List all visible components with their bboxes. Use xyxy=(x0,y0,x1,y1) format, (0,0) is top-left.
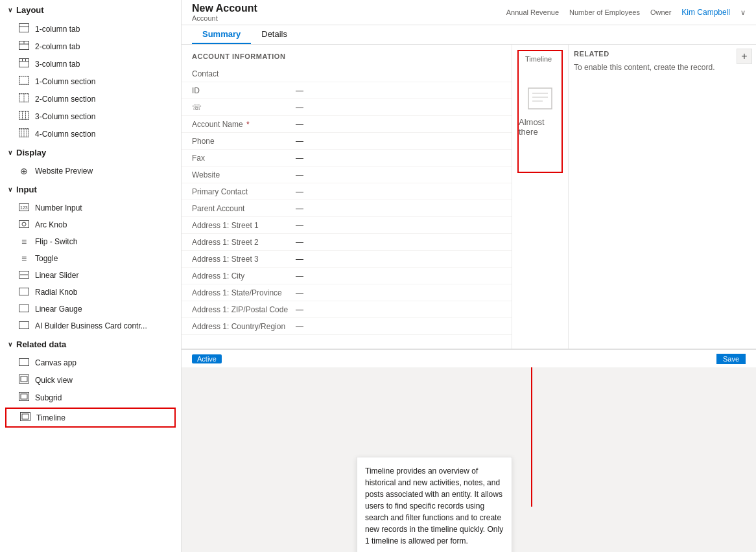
item-linear-gauge[interactable]: Linear Gauge xyxy=(0,301,181,317)
form-row-addr-country: Address 1: Country/Region — xyxy=(182,318,512,335)
item-linear-slider[interactable]: Linear Slider xyxy=(0,267,181,284)
svg-rect-12 xyxy=(19,111,29,120)
toggle-icon: ≡ xyxy=(18,253,30,264)
canvas-app-icon xyxy=(18,358,30,368)
svg-point-22 xyxy=(22,222,26,226)
input-chevron: ∨ xyxy=(8,186,12,193)
account-name-value: — xyxy=(296,120,501,129)
addr-country-label: Address 1: Country/Region xyxy=(192,322,296,331)
form-row-id: ID — xyxy=(182,82,512,99)
item-flip-switch[interactable]: ≡ Flip - Switch xyxy=(0,233,181,250)
item-number-input[interactable]: 123 Number Input xyxy=(0,200,181,216)
layout-section-header[interactable]: ∨ Layout xyxy=(0,0,181,20)
primary-contact-value: — xyxy=(296,187,501,196)
primary-contact-label: Primary Contact xyxy=(192,187,296,196)
display-section-header[interactable]: ∨ Display xyxy=(0,143,181,163)
input-section-label: Input xyxy=(16,185,37,194)
account-name-label: Account Name * xyxy=(192,120,296,129)
timeline-box-label: Timeline xyxy=(525,55,552,63)
quick-view-icon xyxy=(18,374,30,385)
item-1col-tab[interactable]: 1-column tab xyxy=(0,20,181,38)
svg-rect-21 xyxy=(19,221,29,228)
number-input-icon: 123 xyxy=(18,203,30,213)
id-label: ID xyxy=(192,86,296,95)
flip-switch-icon: ≡ xyxy=(18,236,30,247)
layout-section-label: Layout xyxy=(16,5,44,15)
item-1col-section[interactable]: 1-Column section xyxy=(0,73,181,90)
page-title: New Account xyxy=(192,3,257,14)
form-row-addr-zip: Address 1: ZIP/Postal Code — xyxy=(182,301,512,318)
svg-rect-27 xyxy=(19,322,29,329)
item-website-preview[interactable]: ⊕ Website Preview xyxy=(0,163,181,179)
item-ai-builder[interactable]: AI Builder Business Card contr... xyxy=(0,317,181,334)
account-info-title: ACCOUNT INFORMATION xyxy=(182,50,512,65)
user-name[interactable]: Kim Campbell xyxy=(681,8,730,17)
active-badge: Active xyxy=(192,354,222,363)
form-row-parent-account: Parent Account — xyxy=(182,200,512,217)
addr-state-value: — xyxy=(296,288,501,297)
addr-city-value: — xyxy=(296,271,501,281)
related-expand-button[interactable]: + xyxy=(737,49,752,64)
item-subgrid[interactable]: Subgrid xyxy=(0,389,181,406)
required-asterisk: * xyxy=(246,120,250,129)
tab-summary[interactable]: Summary xyxy=(192,25,251,44)
related-title: RELATED xyxy=(574,50,751,58)
item-number-input-label: Number Input xyxy=(35,203,82,213)
phone-icon-value: — xyxy=(296,103,501,112)
status-bar: Active Save xyxy=(182,349,756,367)
item-4col-section[interactable]: 4-Column section xyxy=(0,125,181,143)
item-1col-section-label: 1-Column section xyxy=(35,77,95,86)
item-linear-gauge-label: Linear Gauge xyxy=(35,305,82,314)
website-preview-icon: ⊕ xyxy=(18,166,30,176)
item-timeline[interactable]: Timeline xyxy=(5,408,176,428)
layout-chevron: ∨ xyxy=(8,6,12,14)
item-3col-section-label: 3-Column section xyxy=(35,112,95,121)
item-toggle[interactable]: ≡ Toggle xyxy=(0,250,181,267)
2col-section-icon xyxy=(18,93,30,104)
addr-zip-value: — xyxy=(296,305,501,314)
timeline-almost-there-text: Almost there xyxy=(519,117,561,137)
fax-label: Fax xyxy=(192,154,296,163)
item-canvas-app-label: Canvas app xyxy=(35,358,77,367)
item-2col-tab-label: 2-column tab xyxy=(35,42,80,51)
subgrid-icon xyxy=(18,392,30,403)
phone-value: — xyxy=(296,137,501,146)
addr-street2-value: — xyxy=(296,238,501,247)
svg-rect-32 xyxy=(21,394,27,399)
id-value: — xyxy=(296,86,501,95)
item-radial-knob-label: Radial Knob xyxy=(35,288,77,297)
related-data-section-header[interactable]: ∨ Related data xyxy=(0,334,181,354)
item-quick-view[interactable]: Quick view xyxy=(0,371,181,389)
input-section-header[interactable]: ∨ Input xyxy=(0,179,181,200)
item-2col-section-label: 2-Column section xyxy=(35,95,95,104)
ai-builder-icon xyxy=(18,321,30,331)
addr-state-label: Address 1: State/Province xyxy=(192,288,296,297)
item-arc-knob[interactable]: Arc Knob xyxy=(0,216,181,233)
save-button[interactable]: Save xyxy=(716,354,746,364)
linear-gauge-icon xyxy=(18,304,30,314)
item-1col-tab-label: 1-column tab xyxy=(35,25,80,34)
addr-street3-label: Address 1: Street 3 xyxy=(192,255,296,264)
svg-rect-35 xyxy=(528,88,552,109)
parent-account-label: Parent Account xyxy=(192,204,296,213)
user-chevron-icon[interactable]: ∨ xyxy=(740,8,746,17)
related-data-section-label: Related data xyxy=(16,339,66,349)
1col-section-icon xyxy=(18,76,30,87)
4col-section-icon xyxy=(18,128,30,139)
item-2col-section[interactable]: 2-Column section xyxy=(0,90,181,108)
item-arc-knob-label: Arc Knob xyxy=(35,220,67,229)
item-2col-tab[interactable]: 2-column tab xyxy=(0,38,181,55)
item-radial-knob[interactable]: Radial Knob xyxy=(0,284,181,301)
svg-rect-5 xyxy=(19,59,29,67)
timeline-empty-icon xyxy=(527,87,553,112)
item-canvas-app[interactable]: Canvas app xyxy=(0,354,181,371)
item-3col-section[interactable]: 3-Column section xyxy=(0,108,181,125)
3col-section-icon xyxy=(18,111,30,122)
website-value: — xyxy=(296,170,501,179)
item-3col-tab[interactable]: 3-column tab xyxy=(0,55,181,73)
form-area: ACCOUNT INFORMATION Contact ID — ☏ — Acc… xyxy=(182,45,756,349)
tab-details[interactable]: Details xyxy=(251,25,298,44)
svg-rect-30 xyxy=(21,376,27,382)
form-row-addr-city: Address 1: City — xyxy=(182,268,512,284)
form-row-addr-street1: Address 1: Street 1 — xyxy=(182,217,512,234)
